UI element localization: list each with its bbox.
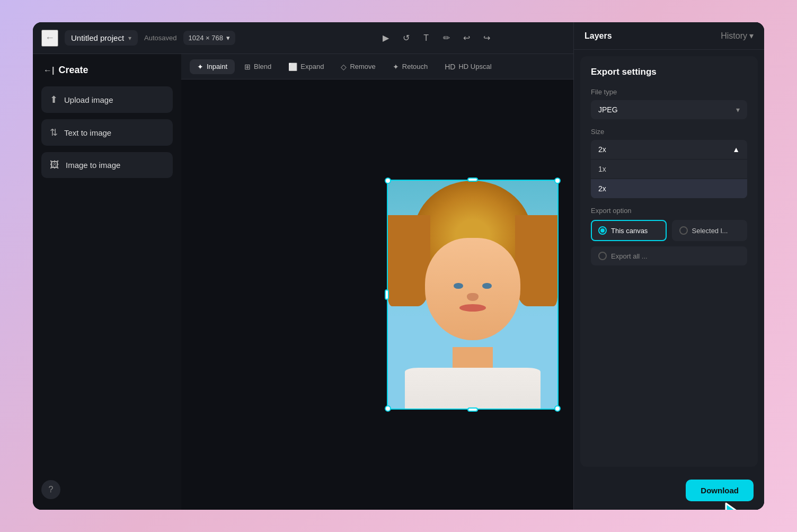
sidebar-item-upload-image[interactable]: ⬆ Upload image [41,86,173,113]
handle-bottom-left[interactable] [385,405,391,412]
project-name-label: Untitled project [71,33,124,42]
selected-radio [679,226,688,235]
project-name-button[interactable]: Untitled project ▾ [65,30,138,46]
size-option-1x[interactable]: 1x [591,159,747,179]
size-chevron: ▲ [732,145,740,154]
tab-expand[interactable]: ⬜ Expand [281,59,331,74]
autosaved-label: Autosaved [144,34,176,42]
hair-right [515,215,557,306]
export-panel: Layers History ▾ Export settings File ty… [573,54,764,510]
canvas-image-container [388,181,557,409]
pen-tool-button[interactable]: ✏ [438,30,455,47]
export-all-radio [598,252,607,260]
size-option-2x[interactable]: 2x [591,179,747,198]
toolbar-icons: ▶ ↺ T ✏ ↩ ↪ [377,30,495,47]
tab-retouch[interactable]: ✦ Retouch [385,59,435,74]
inpaint-icon: ✦ [197,63,203,71]
tab-blend[interactable]: ⊞ Blend [237,59,279,74]
redo-button[interactable]: ↪ [478,30,495,47]
remove-icon: ◇ [341,63,347,71]
sidebar-item-text-to-image[interactable]: ⇅ Text to image [41,119,173,146]
text-tool-button[interactable]: T [418,30,435,47]
hair-left [388,215,430,306]
size-dropdown-header[interactable]: 2x ▲ [591,140,747,159]
selected-option[interactable]: Selected l... [672,220,748,241]
canvas-size-label: 1024 × 768 [189,34,223,42]
eye-left [454,283,463,289]
sidebar-title: Create [58,65,88,76]
file-type-select[interactable]: JPEG ▾ [591,100,747,119]
tab-inpaint[interactable]: ✦ Inpaint [190,59,235,74]
upscal-label: HD Upscal [458,63,491,70]
export-settings-panel: Export settings File type JPEG ▾ Size 2x… [580,56,758,467]
handle-top-right[interactable] [554,178,561,184]
lips [459,304,486,312]
size-dropdown: 2x ▲ 1x 2x [591,140,747,198]
this-canvas-radio [598,226,607,235]
this-canvas-option[interactable]: This canvas [591,220,667,241]
canvas-image [388,181,557,409]
image-to-image-icon: 🖼 [50,159,59,171]
app-window: ← Untitled project ▾ Autosaved 1024 × 76… [33,22,764,510]
sidebar-footer: ? [41,480,173,499]
export-option-row: This canvas Selected l... [591,220,747,241]
left-sidebar: ←| Create ⬆ Upload image ⇅ Text to image… [33,54,181,510]
face [425,238,520,341]
back-button[interactable]: ← [41,30,58,47]
project-name-chevron: ▾ [128,34,131,42]
upscal-icon: HD [445,63,455,71]
undo-button[interactable]: ↩ [458,30,475,47]
sidebar-header: ←| Create [41,65,173,76]
handle-middle-left[interactable] [385,289,389,300]
handle-bottom-right[interactable] [554,405,561,412]
canvas-size-button[interactable]: 1024 × 768 ▾ [183,31,235,45]
select-tool-button[interactable]: ▶ [377,30,394,47]
handle-bottom-middle[interactable] [467,407,478,412]
file-type-value: JPEG [598,105,618,114]
file-type-label: File type [591,88,747,96]
size-label: Size [591,128,747,136]
shirt [405,368,541,409]
expand-label: Expand [300,63,324,70]
nose [467,293,479,301]
image-to-image-label: Image to image [66,161,120,170]
this-canvas-label: This canvas [611,227,648,235]
sidebar-item-image-to-image[interactable]: 🖼 Image to image [41,152,173,178]
upload-image-icon: ⬆ [50,94,58,105]
expand-icon: ⬜ [288,63,297,71]
download-button[interactable]: Download [686,480,754,501]
main-content: ←| Create ⬆ Upload image ⇅ Text to image… [33,54,764,510]
tab-remove[interactable]: ◇ Remove [333,59,383,74]
remove-label: Remove [350,63,375,70]
retouch-icon: ✦ [393,63,399,71]
help-button[interactable]: ? [41,480,60,499]
canvas-size-chevron: ▾ [226,34,230,42]
blend-label: Blend [254,63,271,70]
file-type-chevron: ▾ [736,105,740,114]
handle-top-left[interactable] [385,178,391,184]
export-option-label: Export option [591,207,747,215]
tab-upscal[interactable]: HD HD Upscal [437,59,499,74]
export-settings-title: Export settings [591,67,747,77]
blend-icon: ⊞ [244,63,251,71]
export-all-label: Export all ... [611,252,648,260]
help-icon: ? [49,485,54,494]
export-all-button[interactable]: Export all ... [591,246,747,265]
retouch-label: Retouch [402,63,428,70]
selected-label: Selected l... [692,227,728,235]
text-to-image-icon: ⇅ [50,127,58,138]
rotate-tool-button[interactable]: ↺ [397,30,414,47]
inpaint-label: Inpaint [207,63,227,70]
text-to-image-label: Text to image [64,128,111,137]
sidebar-back-icon: ←| [43,66,54,75]
eye-right [482,283,492,289]
back-icon: ← [45,32,55,43]
size-selected: 2x [598,145,606,154]
handle-top-middle[interactable] [467,178,478,182]
upload-image-label: Upload image [64,95,113,104]
